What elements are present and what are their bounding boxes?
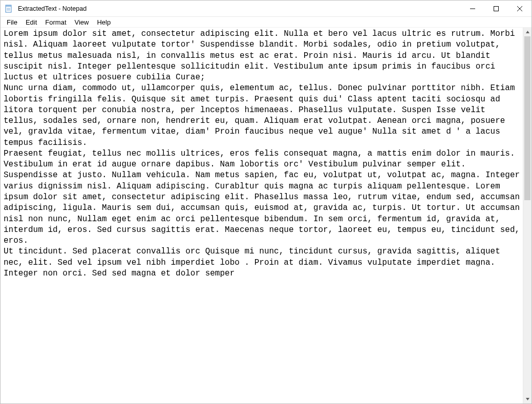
client-area <box>1 28 531 403</box>
scroll-track[interactable] <box>523 36 531 395</box>
menu-file[interactable]: File <box>3 18 22 27</box>
menu-edit[interactable]: Edit <box>22 18 41 27</box>
text-editor[interactable] <box>1 28 523 403</box>
title-bar[interactable]: ExtractedText - Notepad <box>1 1 531 17</box>
close-button[interactable] <box>508 1 531 16</box>
svg-marker-9 <box>526 31 529 33</box>
svg-rect-1 <box>6 5 11 7</box>
window-controls <box>461 1 531 16</box>
window-title: ExtractedText - Notepad <box>17 5 461 12</box>
scroll-down-button[interactable] <box>523 395 531 403</box>
svg-marker-10 <box>526 398 529 400</box>
menu-view[interactable]: View <box>71 18 93 27</box>
menu-help[interactable]: Help <box>93 18 115 27</box>
minimize-button[interactable] <box>461 1 484 16</box>
notepad-window: ExtractedText - Notepad File Edit Format… <box>0 0 532 404</box>
scroll-thumb[interactable] <box>524 36 530 200</box>
menu-bar: File Edit Format View Help <box>1 17 531 28</box>
maximize-button[interactable] <box>484 1 508 16</box>
notepad-icon <box>5 5 13 13</box>
menu-format[interactable]: Format <box>41 18 70 27</box>
vertical-scrollbar[interactable] <box>523 28 531 403</box>
svg-rect-6 <box>494 6 499 11</box>
scroll-up-button[interactable] <box>523 28 531 36</box>
